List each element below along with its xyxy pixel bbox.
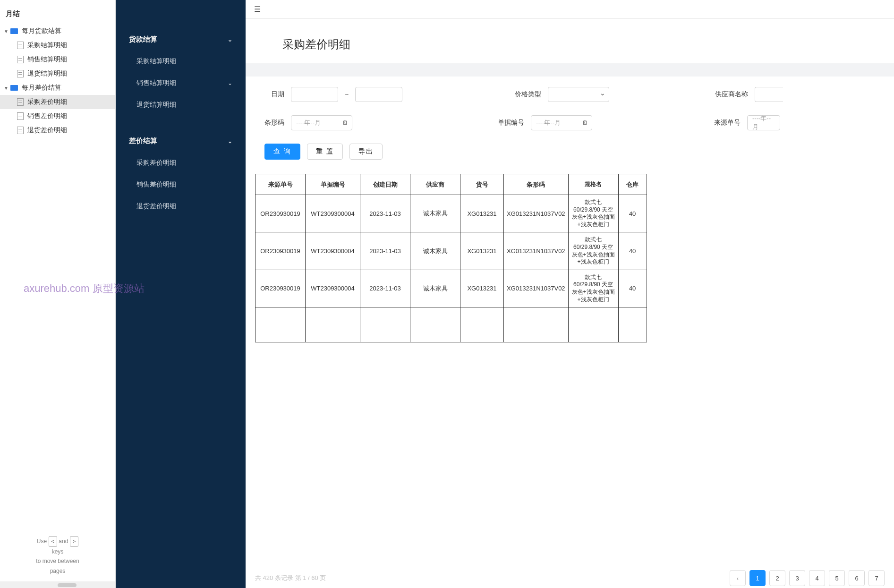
tree-item-label: 销售结算明细 (27, 55, 67, 64)
sidenav-item-sales-diff[interactable]: 销售差价明细 (116, 174, 246, 196)
cell-empty (360, 307, 410, 342)
col-src: 来源单号 (255, 174, 306, 195)
tree-footer: Use < and > keys to move between pages (0, 530, 115, 581)
tree-group-payment[interactable]: ▼ 每月货款结算 (0, 24, 115, 38)
cell-wh: 40 (618, 232, 647, 270)
table-row[interactable]: OR230930019WT23093000042023-11-03诚木家具XG0… (255, 270, 647, 307)
cell-empty (306, 307, 360, 342)
folder-icon (10, 28, 18, 34)
col-hh: 货号 (460, 174, 504, 195)
sidenav-group-payment[interactable]: 货款结算 ⌄ (116, 28, 246, 51)
calendar-icon: 🗓 (582, 119, 588, 126)
cell-empty (410, 307, 460, 342)
sidenav-item-purchase-settle[interactable]: 采购结算明细 (116, 51, 246, 72)
filter-label-barcode: 条形码 (255, 119, 284, 127)
sidenav-item-label: 退货差价明细 (136, 202, 176, 211)
table-row[interactable]: OR230930019WT23093000042023-11-03诚木家具XG0… (255, 232, 647, 270)
srcno-date-input[interactable]: ----年--月 (747, 115, 780, 130)
query-button[interactable]: 查 询 (264, 144, 300, 160)
pager-page-6[interactable]: 6 (849, 570, 865, 586)
sidebar-collapse-icon[interactable]: ☰ (254, 5, 261, 14)
tree-item-purchase-diff[interactable]: 采购差价明细 (0, 95, 115, 109)
tree-item-return-diff[interactable]: 退货差价明细 (0, 123, 115, 137)
cell-empty (504, 307, 569, 342)
sidenav-item-label: 销售结算明细 (136, 79, 176, 87)
barcode-date-input[interactable]: ----年--月 🗓 (291, 115, 352, 130)
tree-item-label: 采购差价明细 (27, 98, 67, 106)
date-to-input[interactable] (355, 87, 402, 102)
footer-text: and (59, 538, 68, 545)
section-divider (246, 63, 894, 77)
tree-item-sales-diff[interactable]: 销售差价明细 (0, 109, 115, 123)
footer-text: pages (6, 566, 110, 576)
tree-panel: 月结 ▼ 每月货款结算 采购结算明细 销售结算明细 退货结算明细 ▼ (0, 0, 116, 588)
date-placeholder: ----年--月 (536, 119, 561, 127)
filter-label-supplier: 供应商名称 (707, 90, 748, 99)
table-wrap: 来源单号 单据编号 创建日期 供应商 货号 条形码 规格名 仓库 OR23093… (246, 160, 894, 342)
reset-button[interactable]: 重 置 (307, 144, 343, 160)
cell-spec: 款式七 60/29.8/90 天空灰色+浅灰色抽面+浅灰色柜门 (568, 232, 618, 270)
caret-down-icon: ▼ (4, 29, 9, 34)
page-icon (17, 127, 24, 134)
cell-doc: WT2309300004 (306, 270, 360, 307)
next-key-icon: > (70, 536, 78, 547)
export-button[interactable]: 导出 (349, 144, 383, 160)
tree-item-purchase-settle[interactable]: 采购结算明细 (0, 38, 115, 52)
tree-item-sales-settle[interactable]: 销售结算明细 (0, 52, 115, 67)
pager-page-1[interactable]: 1 (749, 570, 766, 586)
tree-group-label: 每月差价结算 (22, 84, 61, 92)
cell-src: OR230930019 (255, 232, 306, 270)
sidenav-item-label: 销售差价明细 (136, 180, 176, 189)
pager-page-4[interactable]: 4 (809, 570, 825, 586)
cell-hh: XG013231 (460, 232, 504, 270)
date-from-input[interactable] (291, 87, 338, 102)
pager-prev[interactable]: ‹ (730, 570, 746, 586)
chevron-down-icon: ⌄ (228, 36, 232, 43)
chevron-down-icon: ⌄ (228, 80, 232, 86)
cell-empty (460, 307, 504, 342)
data-table: 来源单号 单据编号 创建日期 供应商 货号 条形码 规格名 仓库 OR23093… (255, 174, 647, 342)
sidenav-item-return-settle[interactable]: 退货结算明细 (116, 94, 246, 116)
tree-item-return-settle[interactable]: 退货结算明细 (0, 67, 115, 81)
footer-text: to move between (6, 556, 110, 566)
cell-date: 2023-11-03 (360, 195, 410, 232)
sidenav-item-sales-settle[interactable]: 销售结算明细 ⌄ (116, 72, 246, 94)
col-wh: 仓库 (618, 174, 647, 195)
page-title: 采购差价明细 (246, 19, 894, 63)
tree-item-label: 退货差价明细 (27, 126, 67, 135)
filter-label-docno: 单据编号 (484, 119, 524, 127)
col-date: 创建日期 (360, 174, 410, 195)
pager-page-7[interactable]: 7 (868, 570, 885, 586)
filters: 日期 ~ 价格类型 供应商名称 条形码 ----年--月 🗓 (246, 77, 894, 160)
pager-page-2[interactable]: 2 (769, 570, 785, 586)
sidenav-item-purchase-diff[interactable]: 采购差价明细 (116, 152, 246, 174)
pagination: 共 420 条记录 第 1 / 60 页 ‹ 1 2 3 4 5 6 7 (246, 563, 894, 588)
cell-hh: XG013231 (460, 270, 504, 307)
tree-group-diff[interactable]: ▼ 每月差价结算 (0, 81, 115, 95)
cell-spec: 款式七 60/29.8/90 天空灰色+浅灰色抽面+浅灰色柜门 (568, 195, 618, 232)
cell-bar: XG013231N1037V02 (504, 195, 569, 232)
sidenav-item-label: 采购结算明细 (136, 57, 176, 66)
sidenav-group-diff[interactable]: 差价结算 ⌄ (116, 130, 246, 152)
price-type-select[interactable] (548, 87, 609, 102)
table-row[interactable]: OR230930019WT23093000042023-11-03诚木家具XG0… (255, 195, 647, 232)
cell-bar: XG013231N1037V02 (504, 232, 569, 270)
tree-item-label: 采购结算明细 (27, 41, 67, 50)
docno-date-input[interactable]: ----年--月 🗓 (531, 115, 592, 130)
pager-page-5[interactable]: 5 (829, 570, 845, 586)
pager-page-3[interactable]: 3 (789, 570, 805, 586)
pager-info: 共 420 条记录 第 1 / 60 页 (255, 574, 326, 582)
chevron-down-icon: ⌄ (228, 138, 232, 145)
supplier-input[interactable] (755, 87, 783, 102)
horizontal-scrollbar[interactable] (0, 581, 115, 588)
cell-date: 2023-11-03 (360, 232, 410, 270)
cell-empty (568, 307, 618, 342)
table-header-row: 来源单号 单据编号 创建日期 供应商 货号 条形码 规格名 仓库 (255, 174, 647, 195)
prev-key-icon: < (49, 536, 57, 547)
cell-sup: 诚木家具 (410, 195, 460, 232)
cell-wh: 40 (618, 195, 647, 232)
sidenav-group-label: 差价结算 (129, 136, 157, 145)
sidenav-item-return-diff[interactable]: 退货差价明细 (116, 196, 246, 217)
date-placeholder: ----年--月 (296, 119, 321, 127)
scroll-thumb[interactable] (58, 583, 77, 587)
